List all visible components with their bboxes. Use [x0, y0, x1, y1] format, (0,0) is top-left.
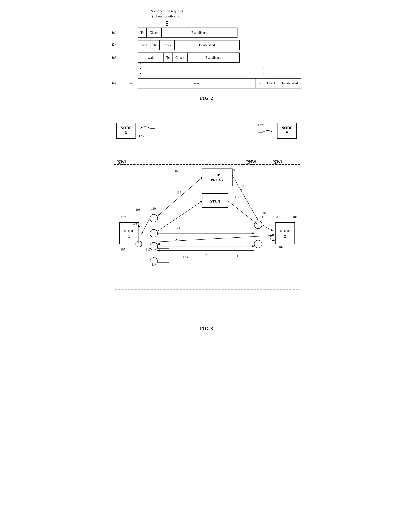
svg-line-36	[142, 218, 150, 233]
r2-label: R2	[112, 43, 129, 47]
label-114: 114	[152, 263, 156, 266]
dots-right: ••••	[263, 62, 264, 80]
dots-left: ••••	[140, 62, 141, 80]
svg-marker-5	[166, 25, 168, 26]
fig2-caption: FIG. 2	[112, 95, 301, 101]
svg-line-37	[262, 225, 273, 231]
label-102: 102	[121, 215, 126, 219]
stun-label: STUN	[210, 199, 220, 203]
r3-row: R3 → wait Tc Check Established	[112, 52, 301, 63]
label-113: 113	[146, 248, 150, 251]
svg-line-26	[158, 177, 202, 216]
label-121: 121	[175, 226, 180, 230]
label-107: 107	[121, 248, 125, 251]
r2-row: R2 → wait Tc Check Established	[112, 40, 301, 51]
label-105: 105	[263, 211, 267, 215]
r3-tc: Tc	[164, 53, 172, 62]
rn-arrow: →	[129, 81, 138, 86]
section-divider	[112, 116, 301, 116]
label-101: 101	[237, 189, 242, 192]
node1-label: NODE	[124, 229, 134, 233]
r2-timeline: wait Tc Check Established	[138, 40, 240, 50]
svg-rect-10	[170, 164, 244, 289]
rn-timeline: wait Tc Check Established	[138, 78, 301, 88]
label-109: 109	[279, 246, 283, 249]
r1-check: Check	[147, 28, 162, 38]
rn-label: RN	[112, 81, 129, 86]
svg-point-23	[254, 240, 262, 248]
svg-rect-9	[243, 164, 300, 289]
r3-established: Established	[188, 53, 239, 62]
r2-established: Established	[175, 40, 239, 50]
r3-arrow: →	[129, 55, 138, 60]
node2-label: NODE	[280, 229, 290, 233]
label-118: 118	[176, 191, 181, 194]
r3-label: R3	[112, 55, 129, 60]
r2-arrow: →	[129, 43, 138, 48]
label-120: 120	[204, 252, 209, 256]
label-115: 115	[237, 254, 241, 258]
sip-proxy-label: SIP	[215, 173, 220, 177]
svg-point-18	[150, 214, 158, 222]
rn-wait: wait	[138, 78, 256, 88]
rn-established: Established	[279, 78, 301, 88]
label-110: 110	[151, 207, 156, 210]
r3-check: Check	[172, 53, 188, 62]
label-111: 111	[260, 215, 265, 219]
label-119: 119	[235, 195, 239, 199]
node-x-ref: 125	[139, 123, 155, 138]
svg-rect-11	[202, 169, 232, 186]
label-108: 108	[273, 215, 278, 219]
svg-text:PROXY: PROXY	[211, 178, 224, 182]
r3-wait: wait	[138, 53, 164, 62]
r2-check: Check	[160, 40, 175, 50]
rn-check: Check	[264, 78, 279, 88]
node-y-ref: 127	[258, 123, 274, 138]
r2-tc: Tc	[151, 40, 160, 50]
svg-text:1: 1	[128, 235, 130, 238]
fig3-section: NODEX 125 127 NODEY	[103, 118, 310, 349]
label-116: 116	[173, 169, 178, 173]
label-106: 106	[132, 222, 137, 225]
rn-row: RN → wait Tc Check Established	[112, 78, 301, 89]
r1-timeline: Tc Check Established	[138, 28, 237, 38]
label-103: 103	[135, 208, 141, 211]
svg-text:2: 2	[284, 235, 286, 238]
svg-point-20	[150, 242, 158, 250]
fig3-diagram: NW1 PNW NW1 SIP PROXY STUN NODE 1 NODE 2	[112, 143, 301, 319]
svg-rect-8	[114, 164, 171, 289]
svg-rect-14	[119, 223, 139, 244]
svg-point-19	[150, 229, 158, 237]
r3-timeline: wait Tc Check Established	[138, 53, 240, 63]
r1-label: R1	[112, 30, 129, 35]
dots-row: •••• ••••	[112, 65, 301, 78]
label-122: 122	[172, 238, 177, 241]
r1-established: Established	[162, 28, 237, 38]
label-100: 100	[230, 168, 235, 171]
r2-wait: wait	[138, 40, 151, 50]
r1-tc: Tc	[138, 28, 147, 38]
r1-row: R1 → Tc Check Established	[112, 27, 301, 38]
label-104: 104	[292, 215, 298, 219]
svg-rect-16	[275, 223, 295, 244]
node-x-box: NODEX	[116, 123, 136, 139]
label-117: 117	[241, 184, 246, 188]
down-arrow	[165, 20, 169, 26]
label-112: 112	[158, 213, 162, 217]
label-123: 123	[183, 255, 188, 259]
fig2-section: N connection requests (inbound/outbound)…	[103, 0, 310, 114]
fig3-caption: FIG. 3	[112, 326, 301, 332]
node-y-box: NODEY	[277, 123, 297, 139]
rn-tc: Tc	[256, 78, 264, 88]
n-connection-label: N connection requests (inbound/outbound)	[150, 9, 183, 19]
r1-arrow: →	[129, 30, 138, 35]
